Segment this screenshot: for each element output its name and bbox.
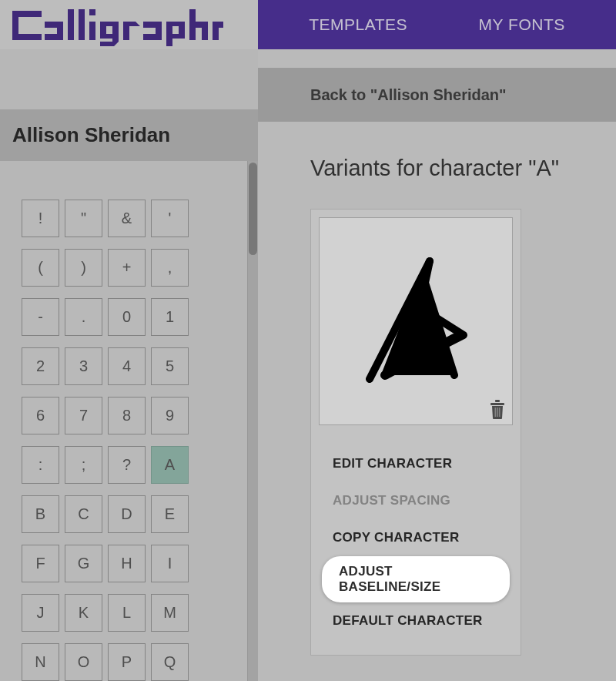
back-bar[interactable]: Back to "Allison Sheridan" (258, 68, 616, 122)
default-character-button[interactable]: DEFAULT CHARACTER (322, 602, 510, 639)
char-cell[interactable]: 3 (65, 347, 102, 385)
char-grid: !"&'()+,-.0123456789:;?ABCDEFGHIJKLMNOPQ (22, 200, 189, 681)
char-cell[interactable]: ! (22, 200, 59, 237)
char-cell[interactable]: B (22, 495, 59, 533)
char-cell[interactable]: P (108, 643, 146, 681)
variant-card: EDIT CHARACTER ADJUST SPACING COPY CHARA… (310, 209, 521, 656)
page-title: Variants for character "A" (310, 156, 598, 181)
char-cell[interactable]: . (65, 298, 102, 336)
char-cell[interactable]: ) (65, 249, 102, 287)
left-scrollbar[interactable] (247, 161, 258, 681)
char-cell[interactable]: 5 (151, 347, 189, 385)
char-cell[interactable]: ' (151, 200, 189, 237)
calligraphr-logo (8, 0, 223, 49)
edit-character-button[interactable]: EDIT CHARACTER (322, 445, 510, 482)
char-cell[interactable]: + (108, 249, 146, 287)
char-cell[interactable]: Q (151, 643, 189, 681)
char-cell[interactable]: ? (108, 446, 146, 484)
nav-my-fonts[interactable]: MY FONTS (479, 15, 565, 34)
svg-rect-4 (499, 408, 500, 417)
char-cell[interactable]: J (22, 594, 59, 632)
char-cell[interactable]: L (108, 594, 146, 632)
char-cell[interactable]: ( (22, 249, 59, 287)
top-nav: TEMPLATES MY FONTS (258, 0, 616, 49)
char-cell[interactable]: 1 (151, 298, 189, 336)
char-cell[interactable]: C (65, 495, 102, 533)
char-cell[interactable]: H (108, 545, 146, 582)
char-cell[interactable]: K (65, 594, 102, 632)
logo-area (0, 0, 258, 49)
glyph-preview (319, 217, 513, 425)
char-cell[interactable]: I (151, 545, 189, 582)
char-cell[interactable]: D (108, 495, 146, 533)
char-cell[interactable]: 7 (65, 397, 102, 434)
char-cell[interactable]: E (151, 495, 189, 533)
svg-rect-3 (497, 408, 498, 417)
svg-rect-0 (490, 403, 504, 405)
nav-templates[interactable]: TEMPLATES (309, 15, 407, 34)
char-cell[interactable]: 4 (108, 347, 146, 385)
char-cell[interactable]: & (108, 200, 146, 237)
char-cell[interactable]: G (65, 545, 102, 582)
char-cell[interactable]: , (151, 249, 189, 287)
char-cell[interactable]: A (151, 446, 189, 484)
char-cell[interactable]: 9 (151, 397, 189, 434)
copy-character-button[interactable]: COPY CHARACTER (322, 519, 510, 556)
svg-rect-1 (495, 400, 500, 402)
char-cell[interactable]: 8 (108, 397, 146, 434)
char-cell[interactable]: - (22, 298, 59, 336)
current-font-name: Allison Sheridan (0, 109, 258, 161)
char-cell[interactable]: N (22, 643, 59, 681)
char-cell[interactable]: " (65, 200, 102, 237)
char-cell[interactable]: M (151, 594, 189, 632)
char-cell[interactable]: ; (65, 446, 102, 484)
char-cell[interactable]: : (22, 446, 59, 484)
adjust-spacing-button: ADJUST SPACING (322, 482, 510, 519)
char-cell[interactable]: O (65, 643, 102, 681)
adjust-baseline-size-button[interactable]: ADJUST BASELINE/SIZE (322, 556, 510, 602)
glyph-a (339, 244, 493, 398)
char-cell[interactable]: 6 (22, 397, 59, 434)
left-scrollbar-thumb[interactable] (249, 163, 257, 255)
char-cell[interactable]: F (22, 545, 59, 582)
char-list-scroll[interactable]: !"&'()+,-.0123456789:;?ABCDEFGHIJKLMNOPQ (0, 161, 258, 681)
trash-icon[interactable] (487, 398, 507, 420)
svg-rect-2 (495, 408, 497, 417)
char-cell[interactable]: 0 (108, 298, 146, 336)
back-bar-label: Back to "Allison Sheridan" (310, 86, 507, 104)
char-cell[interactable]: 2 (22, 347, 59, 385)
